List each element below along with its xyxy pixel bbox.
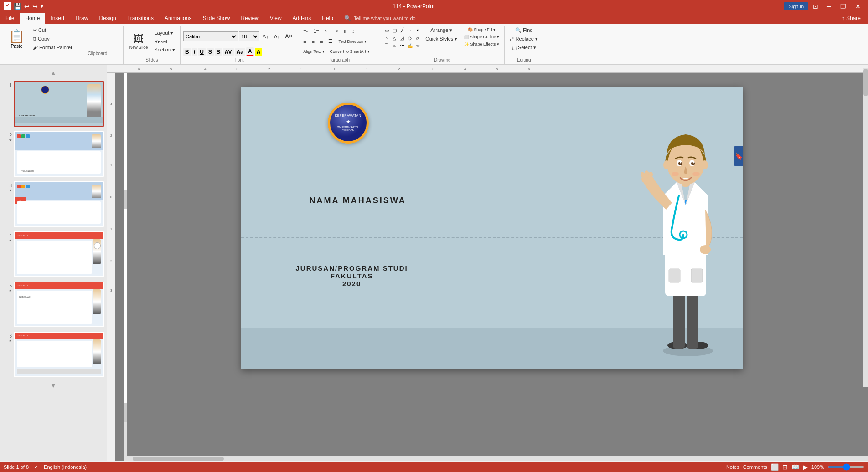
tab-design[interactable]: Design — [93, 13, 121, 24]
tab-view[interactable]: View — [264, 13, 287, 24]
highlight-button[interactable]: A — [255, 48, 263, 56]
normal-view-button[interactable]: ⬜ — [771, 463, 779, 471]
slide-thumb-1[interactable]: 1 NAMA MAHASISWA — [2, 80, 105, 128]
scroll-up-arrow[interactable]: ▲ — [2, 68, 105, 77]
restore-button[interactable]: ❐ — [837, 2, 850, 11]
clear-format-button[interactable]: A✕ — [283, 32, 295, 40]
slide-thumb-2[interactable]: 2 ★ TUGAS AKHIR — [2, 130, 105, 178]
slide-info-block[interactable]: JURUSAN/PROGRAM STUDI FAKULTAS 2020 — [296, 264, 408, 287]
find-button[interactable]: 🔍 Find — [507, 26, 540, 34]
slide-preview-3[interactable]: CY — [14, 181, 104, 227]
close-button[interactable]: ✕ — [852, 2, 864, 11]
tab-help[interactable]: Help — [316, 13, 339, 24]
comments-button[interactable]: Comments — [743, 464, 767, 470]
bold-button[interactable]: B — [183, 48, 191, 56]
shape-effects-button[interactable]: ✨ Shape Effects ▾ — [461, 41, 501, 47]
quick-access-customize[interactable]: ▾ — [41, 3, 43, 10]
scrollbar-vertical[interactable] — [863, 68, 868, 387]
slide-main[interactable]: KEPERAWATAN ✦ MUHAMMADIYAH CIREBON NAMA … — [241, 87, 743, 369]
spell-check-icon[interactable]: ✓ — [34, 464, 38, 470]
shape-triangle[interactable]: △ — [391, 34, 398, 41]
tab-animations[interactable]: Animations — [159, 13, 197, 24]
shape-curve[interactable]: ⌒ — [383, 42, 390, 49]
copy-button[interactable]: ⧉ Copy — [31, 35, 75, 43]
shape-arc[interactable]: ⌓ — [391, 42, 398, 49]
increase-indent-button[interactable]: ⇥ — [332, 27, 341, 35]
numbered-button[interactable]: 1≡ — [311, 27, 321, 35]
quick-styles-button[interactable]: Quick Styles ▾ — [423, 35, 460, 43]
scroll-down-arrow[interactable]: ▼ — [2, 381, 105, 390]
quick-access-redo[interactable]: ↪ — [32, 3, 38, 10]
shape-extra[interactable]: ☆ — [414, 42, 421, 49]
reset-button[interactable]: Reset — [152, 38, 177, 45]
align-right-button[interactable]: ≡ — [318, 38, 325, 45]
layout-button[interactable]: Layout ▾ — [152, 29, 177, 37]
align-text-button[interactable]: Align Text ▾ — [301, 48, 326, 55]
slideshow-button[interactable]: ▶ — [803, 463, 808, 471]
shape-rect[interactable]: ▭ — [383, 26, 390, 34]
replace-button[interactable]: ⇄ Replace ▾ — [507, 35, 540, 43]
language-indicator[interactable]: English (Indonesia) — [44, 464, 87, 470]
shape-outline-button[interactable]: ⬜ Shape Outline ▾ — [461, 34, 501, 40]
shape-fill-button[interactable]: 🎨 Shape Fill ▾ — [461, 26, 501, 33]
slide-preview-6[interactable]: TUGAS AKHIR — [14, 332, 104, 377]
shape-rtriangle[interactable]: ◿ — [398, 34, 406, 41]
shape-diamond[interactable]: ◇ — [406, 34, 413, 41]
columns-button[interactable]: ⫿ — [341, 27, 349, 35]
text-direction-button[interactable]: Text Direction ▾ — [336, 38, 369, 45]
shape-more[interactable]: ▾ — [414, 26, 421, 34]
zoom-slider[interactable] — [828, 466, 864, 468]
shape-freeform[interactable]: 〜 — [398, 42, 406, 49]
shape-scribble[interactable]: ✍ — [406, 42, 413, 49]
decrease-indent-button[interactable]: ⇤ — [322, 27, 331, 35]
arrange-button[interactable]: Arrange ▾ — [423, 26, 460, 34]
shadow-button[interactable]: S — [215, 48, 222, 56]
tab-addins[interactable]: Add-ins — [287, 13, 317, 24]
reading-view-button[interactable]: 📖 — [791, 463, 799, 471]
scrollbar-horizontal[interactable] — [124, 456, 868, 461]
shape-para[interactable]: ▱ — [414, 34, 421, 41]
align-center-button[interactable]: ≡ — [310, 38, 317, 45]
share-button[interactable]: ↑ Share — [838, 14, 864, 22]
search-label[interactable]: Tell me what you want to do — [354, 15, 416, 21]
slide-preview-2[interactable]: TUGAS AKHIR — [14, 131, 104, 177]
increase-font-button[interactable]: A↑ — [260, 33, 271, 40]
shape-line[interactable]: ╱ — [398, 26, 406, 34]
tab-transitions[interactable]: Transitions — [122, 13, 159, 24]
slide-canvas[interactable]: KEPERAWATAN ✦ MUHAMMADIYAH CIREBON NAMA … — [115, 73, 868, 461]
tab-review[interactable]: Review — [235, 13, 264, 24]
italic-button[interactable]: I — [192, 48, 197, 56]
bullets-button[interactable]: ≡• — [301, 27, 310, 35]
char-spacing-button[interactable]: AV — [223, 48, 234, 56]
notes-button[interactable]: Notes — [726, 464, 739, 470]
shape-arrow[interactable]: → — [406, 26, 413, 34]
nama-mahasiswa-label[interactable]: NAMA MAHASISWA — [310, 196, 406, 205]
slide-thumb-6[interactable]: 6 ★ TUGAS AKHIR — [2, 331, 105, 378]
bookmark-button[interactable]: 🔖 — [734, 146, 743, 166]
section-button[interactable]: Section ▾ — [152, 46, 177, 54]
shape-rounded-rect[interactable]: ▢ — [391, 26, 398, 34]
new-slide-button[interactable]: 🖼 New Slide — [126, 28, 151, 55]
tab-insert[interactable]: Insert — [45, 13, 70, 24]
font-family-select[interactable]: Calibri — [183, 31, 238, 41]
minimize-button[interactable]: ─ — [823, 2, 835, 11]
tab-home[interactable]: Home — [20, 13, 45, 24]
sign-in-button[interactable]: Sign in — [784, 2, 808, 10]
convert-smartart-button[interactable]: Convert to SmartArt ▾ — [328, 48, 372, 55]
font-color-button[interactable]: A — [246, 47, 254, 56]
slide-thumb-4[interactable]: 4 ★ TUGAS AKHIR — [2, 231, 105, 278]
align-left-button[interactable]: ≡ — [301, 38, 308, 45]
strikethrough-button[interactable]: S — [207, 48, 214, 56]
select-button[interactable]: ⬚ Select ▾ — [507, 44, 540, 51]
slide-preview-4[interactable]: TUGAS AKHIR — [14, 231, 104, 277]
slide-thumb-5[interactable]: 5 ★ TUGAS AKHIR BAHAN PELAJAR — [2, 281, 105, 328]
tab-slideshow[interactable]: Slide Show — [197, 13, 235, 24]
font-size-select[interactable]: 18 — [239, 31, 259, 41]
change-case-button[interactable]: Aa — [235, 48, 245, 56]
format-painter-button[interactable]: 🖌 Format Painter — [31, 44, 75, 51]
underline-button[interactable]: U — [198, 48, 206, 56]
slide-preview-1[interactable]: NAMA MAHASISWA — [14, 81, 104, 127]
quick-access-undo[interactable]: ↩ — [24, 3, 30, 10]
decrease-font-button[interactable]: A↓ — [272, 33, 282, 40]
cut-button[interactable]: ✂ Cut — [31, 26, 75, 34]
